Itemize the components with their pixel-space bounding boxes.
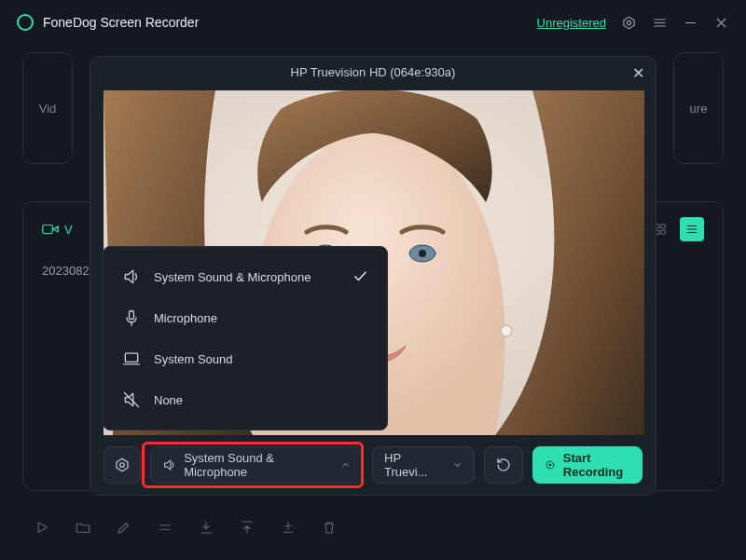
menu-icon[interactable]	[652, 15, 668, 31]
audio-option-label: Microphone	[154, 311, 368, 325]
titlebar: FoneDog Screen Recorder Unregistered	[0, 0, 746, 45]
svg-rect-10	[661, 225, 665, 228]
modal-title: HP Truevision HD (064e:930a)	[291, 65, 456, 79]
play-icon[interactable]	[34, 519, 50, 536]
audio-option-microphone[interactable]: Microphone	[109, 297, 381, 338]
minimize-icon[interactable]	[683, 15, 698, 31]
close-icon[interactable]	[713, 15, 729, 31]
svg-point-30	[120, 463, 125, 468]
tab-video[interactable]: V	[42, 223, 73, 237]
modal-close-icon[interactable]: ✕	[632, 64, 644, 82]
svg-rect-8	[43, 225, 53, 234]
app-logo-icon	[17, 14, 34, 31]
laptop-icon	[122, 349, 141, 368]
camera-select-label: HP Truevi...	[384, 451, 445, 479]
start-recording-button[interactable]: Start Recording	[532, 446, 642, 484]
settings-icon[interactable]	[621, 15, 637, 31]
audio-option-label: System Sound & Microphone	[154, 270, 338, 284]
svg-rect-35	[125, 353, 137, 362]
upload-icon[interactable]	[239, 519, 256, 536]
tab-video-label: V	[64, 223, 73, 237]
svg-marker-16	[38, 523, 47, 533]
audio-option-system[interactable]: System Sound	[109, 338, 381, 379]
audio-source-button[interactable]: System Sound & Microphone	[150, 446, 363, 484]
svg-point-32	[548, 464, 551, 467]
folder-icon[interactable]	[75, 519, 91, 536]
unregistered-link[interactable]: Unregistered	[537, 16, 606, 30]
modal-footer: System Sound & Microphone HP Truevi... S…	[90, 435, 656, 495]
delete-icon[interactable]	[321, 519, 338, 536]
mic-icon	[122, 308, 141, 327]
svg-point-26	[419, 250, 426, 257]
bottom-toolbar	[34, 519, 338, 536]
download-icon[interactable]	[198, 519, 214, 536]
mute-icon	[122, 390, 141, 409]
start-recording-label: Start Recording	[563, 451, 630, 479]
record-settings-button[interactable]	[104, 446, 141, 484]
modal-header: HP Truevision HD (064e:930a) ✕	[90, 57, 656, 87]
svg-marker-0	[624, 17, 634, 29]
svg-marker-29	[117, 458, 128, 471]
audio-option-system-mic[interactable]: System Sound & Microphone	[109, 256, 381, 297]
view-list-button[interactable]	[680, 217, 704, 241]
svg-rect-33	[130, 311, 134, 320]
svg-point-1	[627, 20, 630, 24]
audio-option-label: System Sound	[154, 352, 368, 366]
svg-rect-12	[661, 230, 665, 234]
audio-option-none[interactable]: None	[109, 379, 381, 420]
bg-tile-left: Vid	[22, 52, 73, 164]
audio-source-label: System Sound & Microphone	[184, 451, 332, 479]
rewind-button[interactable]	[484, 446, 523, 484]
check-icon	[352, 267, 368, 287]
sliders-icon[interactable]	[157, 519, 173, 536]
edit-icon[interactable]	[116, 519, 132, 536]
camera-select-button[interactable]: HP Truevi...	[372, 446, 475, 484]
speaker-icon	[122, 267, 141, 286]
bg-tile-right: ure	[673, 52, 724, 164]
audio-option-label: None	[154, 393, 368, 407]
svg-point-27	[501, 325, 512, 336]
app-title: FoneDog Screen Recorder	[43, 15, 537, 30]
add-icon[interactable]	[280, 519, 297, 536]
audio-source-dropdown: System Sound & Microphone Microphone Sys…	[103, 246, 388, 430]
